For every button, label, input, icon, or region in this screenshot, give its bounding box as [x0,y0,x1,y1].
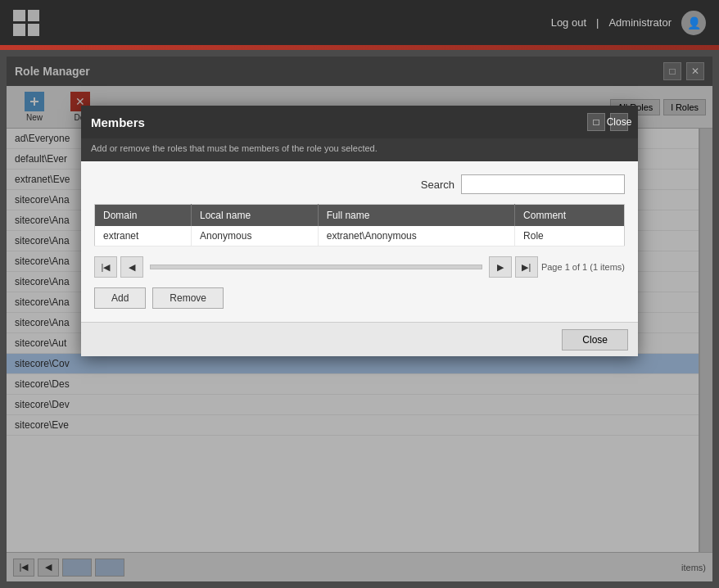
table-row[interactable]: extranet Anonymous extranet\Anonymous Ro… [95,226,625,247]
cell-comment: Role [515,226,625,247]
search-label: Search [421,179,454,191]
col-local-name: Local name [192,205,319,227]
main-window: Role Manager □ ✕ New ✕ Del All Roles l R… [7,57,712,581]
top-bar: Log out | Administrator 👤 [0,0,719,45]
prev-btn[interactable]: ◀ [120,256,143,278]
modal-maximize-button[interactable]: □ [587,113,605,131]
cell-domain: extranet [95,226,192,247]
col-domain: Domain [95,205,192,227]
logout-link[interactable]: Log out [551,16,586,29]
page-info-label: Page 1 of 1 (1 items) [541,262,625,272]
username-label: Administrator [608,16,672,29]
top-bar-right: Log out | Administrator 👤 [551,11,706,35]
avatar: 👤 [681,11,706,35]
modal-win-controls: □ Close [587,113,628,131]
accent-bar [0,45,719,50]
modal-footer: Close [81,322,638,356]
add-button[interactable]: Add [94,287,146,309]
last-btn[interactable]: ▶| [515,256,538,278]
cell-full-name: extranet\Anonymous [318,226,514,247]
app-logo [13,10,39,36]
search-input[interactable] [461,174,625,194]
col-comment: Comment [515,205,625,227]
modal-dialog: Members □ Close Add or remove the roles … [81,106,638,356]
modal-body: Search Domain Local name Full name Comme… [81,161,638,322]
page-slider[interactable] [150,265,482,269]
modal-titlebar: Members □ Close [81,106,638,138]
remove-button[interactable]: Remove [152,287,224,309]
pagination-row: |◀ ◀ ▶ ▶| Page 1 of 1 (1 items) [94,256,625,278]
modal-subtitle: Add or remove the roles that must be mem… [81,138,638,161]
first-btn[interactable]: |◀ [94,256,117,278]
cell-local-name: Anonymous [192,226,319,247]
next-btn[interactable]: ▶ [489,256,512,278]
modal-title: Members [91,115,145,129]
modal-close-footer-button[interactable]: Close [562,329,628,351]
members-table: Domain Local name Full name Comment extr… [94,204,625,247]
separator: | [596,16,599,29]
action-row: Add Remove [94,287,625,309]
col-full-name: Full name [318,205,514,227]
modal-overlay: Members □ Close Add or remove the roles … [7,57,712,581]
search-row: Search [94,174,625,194]
modal-close-button[interactable]: Close [610,113,628,131]
